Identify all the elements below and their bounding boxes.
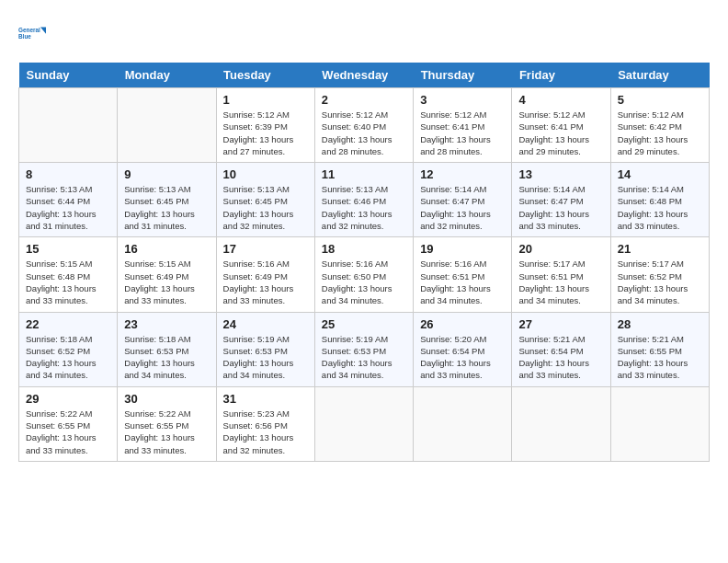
day-number: 21 (618, 242, 702, 256)
day-cell: 30 Sunrise: 5:22 AMSunset: 6:55 PMDaylig… (118, 386, 216, 461)
day-info: Sunrise: 5:19 AMSunset: 6:53 PMDaylight:… (223, 333, 308, 382)
day-info: Sunrise: 5:18 AMSunset: 6:53 PMDaylight:… (124, 333, 209, 382)
day-cell: 10 Sunrise: 5:13 AMSunset: 6:45 PMDaylig… (216, 163, 314, 237)
day-cell (414, 386, 512, 461)
day-cell: 24 Sunrise: 5:19 AMSunset: 6:53 PMDaylig… (216, 312, 314, 386)
day-number: 18 (322, 242, 406, 256)
day-cell: 16 Sunrise: 5:15 AMSunset: 6:49 PMDaylig… (118, 237, 216, 312)
day-cell: 14 Sunrise: 5:14 AMSunset: 6:48 PMDaylig… (610, 163, 709, 237)
day-number: 22 (26, 317, 110, 331)
day-cell: 15 Sunrise: 5:15 AMSunset: 6:48 PMDaylig… (19, 237, 118, 312)
day-number: 12 (420, 167, 505, 181)
day-info: Sunrise: 5:12 AMSunset: 6:40 PMDaylight:… (322, 109, 406, 157)
day-cell: 1 Sunrise: 5:12 AMSunset: 6:39 PMDayligh… (216, 88, 314, 163)
day-cell: 27 Sunrise: 5:21 AMSunset: 6:54 PMDaylig… (512, 312, 610, 386)
day-cell: 31 Sunrise: 5:23 AMSunset: 6:56 PMDaylig… (216, 386, 314, 461)
day-info: Sunrise: 5:17 AMSunset: 6:51 PMDaylight:… (518, 258, 603, 306)
day-info: Sunrise: 5:19 AMSunset: 6:53 PMDaylight:… (322, 333, 406, 382)
day-cell: 21 Sunrise: 5:17 AMSunset: 6:52 PMDaylig… (610, 237, 709, 312)
day-info: Sunrise: 5:16 AMSunset: 6:50 PMDaylight:… (322, 258, 406, 306)
day-number: 30 (124, 392, 209, 406)
day-number: 27 (518, 317, 603, 331)
day-number: 2 (322, 93, 406, 107)
day-cell: 18 Sunrise: 5:16 AMSunset: 6:50 PMDaylig… (314, 237, 413, 312)
day-info: Sunrise: 5:21 AMSunset: 6:55 PMDaylight:… (618, 333, 702, 382)
calendar-header-row: SundayMondayTuesdayWednesdayThursdayFrid… (19, 63, 710, 88)
day-cell: 17 Sunrise: 5:16 AMSunset: 6:49 PMDaylig… (216, 237, 314, 312)
day-number: 14 (618, 167, 702, 181)
day-info: Sunrise: 5:13 AMSunset: 6:44 PMDaylight:… (26, 183, 110, 232)
day-info: Sunrise: 5:15 AMSunset: 6:48 PMDaylight:… (26, 258, 110, 306)
day-cell: 8 Sunrise: 5:13 AMSunset: 6:44 PMDayligh… (19, 163, 118, 237)
day-cell: 9 Sunrise: 5:13 AMSunset: 6:45 PMDayligh… (118, 163, 216, 237)
week-row-2: 8 Sunrise: 5:13 AMSunset: 6:44 PMDayligh… (19, 163, 710, 237)
day-info: Sunrise: 5:22 AMSunset: 6:55 PMDaylight:… (124, 408, 209, 456)
day-info: Sunrise: 5:13 AMSunset: 6:45 PMDaylight:… (124, 183, 209, 232)
day-info: Sunrise: 5:21 AMSunset: 6:54 PMDaylight:… (518, 333, 603, 382)
day-cell: 13 Sunrise: 5:14 AMSunset: 6:47 PMDaylig… (512, 163, 610, 237)
day-cell: 23 Sunrise: 5:18 AMSunset: 6:53 PMDaylig… (118, 312, 216, 386)
day-number: 5 (618, 93, 702, 107)
day-number: 25 (322, 317, 406, 331)
day-info: Sunrise: 5:20 AMSunset: 6:54 PMDaylight:… (420, 333, 505, 382)
day-info: Sunrise: 5:17 AMSunset: 6:52 PMDaylight:… (618, 258, 702, 306)
day-cell: 11 Sunrise: 5:13 AMSunset: 6:46 PMDaylig… (314, 163, 413, 237)
day-number: 8 (26, 167, 110, 181)
day-cell (512, 386, 610, 461)
calendar-table: SundayMondayTuesdayWednesdayThursdayFrid… (18, 63, 710, 462)
column-header-wednesday: Wednesday (314, 63, 413, 88)
day-cell (314, 386, 413, 461)
day-info: Sunrise: 5:13 AMSunset: 6:46 PMDaylight:… (322, 183, 406, 232)
calendar-body: 1 Sunrise: 5:12 AMSunset: 6:39 PMDayligh… (19, 88, 710, 462)
day-cell (19, 88, 118, 163)
week-row-1: 1 Sunrise: 5:12 AMSunset: 6:39 PMDayligh… (19, 88, 710, 163)
day-info: Sunrise: 5:22 AMSunset: 6:55 PMDaylight:… (26, 408, 110, 456)
day-cell: 2 Sunrise: 5:12 AMSunset: 6:40 PMDayligh… (314, 88, 413, 163)
day-number: 11 (322, 167, 406, 181)
day-cell: 22 Sunrise: 5:18 AMSunset: 6:52 PMDaylig… (19, 312, 118, 386)
day-cell: 5 Sunrise: 5:12 AMSunset: 6:42 PMDayligh… (610, 88, 709, 163)
day-cell: 28 Sunrise: 5:21 AMSunset: 6:55 PMDaylig… (610, 312, 709, 386)
day-number: 31 (223, 392, 308, 406)
week-row-4: 22 Sunrise: 5:18 AMSunset: 6:52 PMDaylig… (19, 312, 710, 386)
svg-text:Blue: Blue (18, 33, 31, 40)
day-number: 20 (518, 242, 603, 256)
svg-marker-2 (40, 28, 46, 34)
day-number: 23 (124, 317, 209, 331)
day-number: 17 (223, 242, 308, 256)
week-row-3: 15 Sunrise: 5:15 AMSunset: 6:48 PMDaylig… (19, 237, 710, 312)
day-number: 16 (124, 242, 209, 256)
column-header-saturday: Saturday (610, 63, 709, 88)
day-cell: 20 Sunrise: 5:17 AMSunset: 6:51 PMDaylig… (512, 237, 610, 312)
logo-icon: GeneralBlue (18, 18, 48, 48)
day-cell: 29 Sunrise: 5:22 AMSunset: 6:55 PMDaylig… (19, 386, 118, 461)
day-number: 19 (420, 242, 505, 256)
day-cell: 12 Sunrise: 5:14 AMSunset: 6:47 PMDaylig… (414, 163, 512, 237)
day-info: Sunrise: 5:14 AMSunset: 6:48 PMDaylight:… (618, 183, 702, 232)
day-cell (118, 88, 216, 163)
day-number: 4 (518, 93, 603, 107)
day-info: Sunrise: 5:18 AMSunset: 6:52 PMDaylight:… (26, 333, 110, 382)
column-header-tuesday: Tuesday (216, 63, 314, 88)
day-cell: 25 Sunrise: 5:19 AMSunset: 6:53 PMDaylig… (314, 312, 413, 386)
day-number: 26 (420, 317, 505, 331)
day-info: Sunrise: 5:23 AMSunset: 6:56 PMDaylight:… (223, 408, 308, 456)
day-info: Sunrise: 5:12 AMSunset: 6:41 PMDaylight:… (518, 109, 603, 157)
day-info: Sunrise: 5:13 AMSunset: 6:45 PMDaylight:… (223, 183, 308, 232)
day-cell: 3 Sunrise: 5:12 AMSunset: 6:41 PMDayligh… (414, 88, 512, 163)
day-info: Sunrise: 5:16 AMSunset: 6:49 PMDaylight:… (223, 258, 308, 306)
day-info: Sunrise: 5:14 AMSunset: 6:47 PMDaylight:… (518, 183, 603, 232)
day-info: Sunrise: 5:12 AMSunset: 6:39 PMDaylight:… (223, 109, 308, 157)
week-row-5: 29 Sunrise: 5:22 AMSunset: 6:55 PMDaylig… (19, 386, 710, 461)
column-header-sunday: Sunday (19, 63, 118, 88)
column-header-thursday: Thursday (414, 63, 512, 88)
day-number: 10 (223, 167, 308, 181)
column-header-friday: Friday (512, 63, 610, 88)
day-cell: 26 Sunrise: 5:20 AMSunset: 6:54 PMDaylig… (414, 312, 512, 386)
day-number: 24 (223, 317, 308, 331)
day-cell: 19 Sunrise: 5:16 AMSunset: 6:51 PMDaylig… (414, 237, 512, 312)
day-info: Sunrise: 5:15 AMSunset: 6:49 PMDaylight:… (124, 258, 209, 306)
day-number: 9 (124, 167, 209, 181)
day-info: Sunrise: 5:12 AMSunset: 6:42 PMDaylight:… (618, 109, 702, 157)
day-number: 28 (618, 317, 702, 331)
